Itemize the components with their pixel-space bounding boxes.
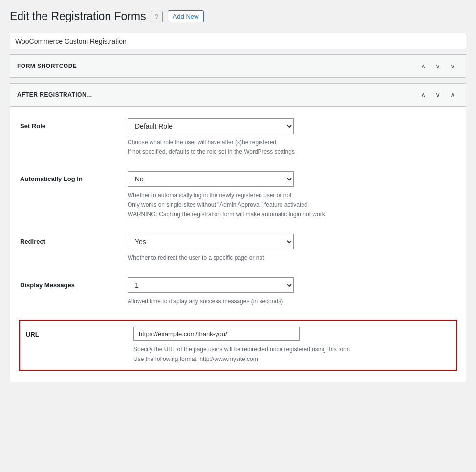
url-description: Specify the URL of the page users will b… (133, 345, 450, 363)
after-registration-panel: AFTER REGISTRATION... ∧ ∨ ∧ Set Role Def… (10, 83, 466, 382)
url-desc-line1: Specify the URL of the page users will b… (133, 345, 450, 354)
set-role-description: Choose what role the user will have afte… (128, 138, 456, 157)
auto-login-control: No Yes Whether to automatically log in t… (128, 171, 456, 219)
redirect-description: Whether to redirect the user to a specif… (128, 253, 456, 263)
auto-login-description: Whether to automatically log in the newl… (128, 191, 456, 219)
help-icon[interactable]: ? (151, 11, 163, 22)
collapse-icon: ∨ (450, 62, 455, 70)
form-name-input[interactable] (10, 33, 466, 49)
chevron-down-icon: ∨ (435, 62, 440, 70)
after-reg-collapse-btn[interactable]: ∧ (446, 89, 459, 101)
set-role-desc-line1: Choose what role the user will have afte… (128, 138, 456, 147)
set-role-control: Default Role Choose what role the user w… (128, 118, 456, 157)
url-label: URL (26, 327, 133, 338)
add-new-button[interactable]: Add New (168, 10, 204, 22)
form-shortcode-controls: ∧ ∨ ∨ (417, 60, 459, 72)
form-shortcode-collapse-btn[interactable]: ∨ (446, 60, 459, 72)
form-shortcode-up-btn[interactable]: ∧ (417, 60, 430, 72)
set-role-desc-line2: If not specified, defaults to the role s… (128, 147, 456, 157)
url-control: Specify the URL of the page users will b… (133, 327, 450, 363)
redirect-row: Redirect Yes No Whether to redirect the … (20, 234, 456, 263)
after-reg-up-btn[interactable]: ∧ (417, 89, 430, 101)
redirect-desc-line1: Whether to redirect the user to a specif… (128, 253, 456, 263)
set-role-row: Set Role Default Role Choose what role t… (20, 118, 456, 157)
auto-login-row: Automatically Log In No Yes Whether to a… (20, 171, 456, 219)
form-shortcode-down-btn[interactable]: ∨ (432, 60, 444, 72)
display-messages-label: Display Messages (20, 277, 128, 289)
form-shortcode-panel: FORM SHORTCODE ∧ ∨ ∨ (10, 54, 466, 78)
page-title: Edit the Registration Forms (10, 10, 146, 23)
display-messages-select[interactable]: 1 2 3 (128, 277, 294, 293)
url-desc-line2: Use the following format: http://www.mys… (133, 355, 450, 364)
url-highlighted-row: URL Specify the URL of the page users wi… (19, 320, 457, 370)
set-role-select[interactable]: Default Role (128, 118, 294, 134)
display-messages-control: 1 2 3 Allowed time to display any succes… (128, 277, 456, 306)
set-role-label: Set Role (20, 118, 128, 130)
collapse-up-icon: ∧ (450, 91, 455, 99)
auto-login-desc-line1: Whether to automatically log in the newl… (128, 191, 456, 200)
after-registration-content: Set Role Default Role Choose what role t… (10, 107, 466, 382)
display-messages-desc-line1: Allowed time to display any success mess… (128, 297, 456, 306)
chevron-down-icon: ∨ (435, 91, 440, 99)
display-messages-description: Allowed time to display any success mess… (128, 297, 456, 306)
auto-login-desc-line3: WARNING: Caching the registration form w… (128, 210, 456, 219)
url-input[interactable] (133, 327, 300, 341)
chevron-up-icon: ∧ (421, 62, 426, 70)
chevron-up-icon: ∧ (421, 91, 426, 99)
after-registration-controls: ∧ ∨ ∧ (417, 89, 459, 101)
auto-login-desc-line2: Only works on single-sites without "Admi… (128, 201, 456, 210)
auto-login-select[interactable]: No Yes (128, 171, 294, 187)
form-shortcode-panel-header[interactable]: FORM SHORTCODE ∧ ∨ ∨ (10, 55, 466, 78)
page-header: Edit the Registration Forms ? Add New (10, 10, 466, 23)
redirect-label: Redirect (20, 234, 128, 245)
redirect-select[interactable]: Yes No (128, 234, 294, 249)
display-messages-row: Display Messages 1 2 3 Allowed time to d… (20, 277, 456, 306)
after-registration-panel-header[interactable]: AFTER REGISTRATION... ∧ ∨ ∧ (10, 84, 466, 107)
after-reg-down-btn[interactable]: ∨ (432, 89, 444, 101)
after-registration-title: AFTER REGISTRATION... (17, 91, 92, 98)
auto-login-label: Automatically Log In (20, 171, 128, 182)
url-row: URL Specify the URL of the page users wi… (26, 327, 450, 363)
form-shortcode-title: FORM SHORTCODE (17, 63, 77, 69)
redirect-control: Yes No Whether to redirect the user to a… (128, 234, 456, 263)
